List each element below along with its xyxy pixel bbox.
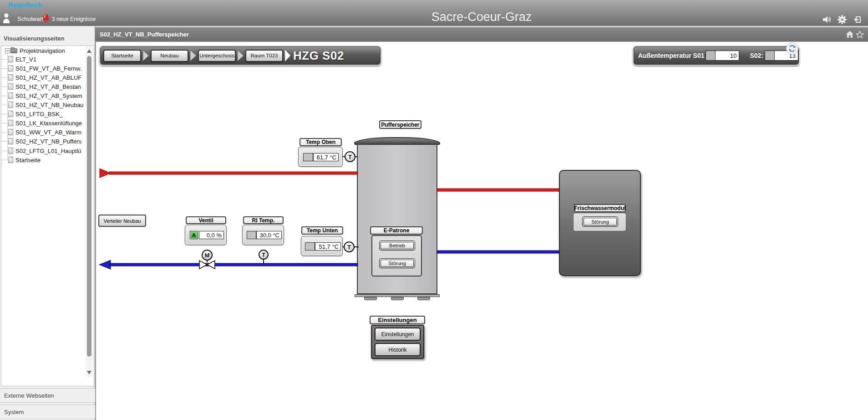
frischwassermodul-panel: Störung [573,213,626,231]
current-page-label: HZG S02 [293,49,344,63]
einstellungen-panel: Einstellungen Historik [371,325,424,359]
temp-unten-value: 51,7 °C [315,242,341,251]
outdoor-temp-display-s01: 10 [706,51,739,61]
ri-temp-label: RI Temp. [243,216,284,224]
outdoor-temp-label-s01: Außentemperatur S01 [638,52,704,59]
alarm-bell-icon[interactable] [42,14,50,24]
ventil-display: A 0,0 % [185,225,227,245]
refresh-button[interactable] [786,42,798,55]
ventil-value: 0,0 % [199,231,224,239]
temp-sensor-unten: T [344,241,355,252]
breadcrumb-separator-icon [237,50,244,61]
auto-mode-badge: A [190,231,198,239]
temp-sensor-oben: T [345,151,355,162]
einstellungen-label: Einstellungen [370,316,425,324]
breadcrumb-button-raum-t023[interactable]: Raum T023 [245,50,283,62]
refresh-icon [788,44,797,53]
breadcrumb-current-arrow-icon [284,49,291,62]
hot-pipe-arrow-icon [100,169,111,178]
breadcrumb-button-untergeschoss[interactable]: Untergeschoss [198,50,236,62]
cold-pipe-arrow-icon [99,260,111,269]
frischwasser-stoerung-button[interactable]: Störung [582,216,618,227]
header-bar: Regeltech Schulwart 3 neue Ereignisse Sa… [0,0,868,26]
brand-logo: Regeltech [8,1,42,9]
valve-icon [207,261,215,269]
e-patrone-panel: Betrieb Störung [371,235,422,277]
logout-icon[interactable] [853,15,862,24]
new-events-label[interactable]: 3 neue Ereignisse [52,16,96,22]
breadcrumb-button-startseite[interactable]: Startseite [103,50,141,62]
temp-oben-display: 61,7 °C [298,147,343,167]
tank-title-label: Pufferspeicher [379,120,421,129]
outdoor-temp-value-s01: 10 [716,51,739,61]
cold-pipe-left [110,263,358,266]
frischwassermodul-label: Frischwassermodul [574,204,626,212]
gear-icon[interactable] [838,15,847,24]
user-name: Schulwart [17,15,43,22]
outdoor-temp-label-s02: S02: [750,52,763,59]
temp-unten-display: 51,7 °C [301,236,343,256]
e-patrone-label: E-Patrone [370,226,423,235]
breadcrumb-separator-icon [142,50,149,61]
hot-pipe-left [109,172,358,174]
ri-temp-value: 30,0 °C [256,231,282,239]
valve-motor-sensor: M [202,250,213,261]
einstellungen-button[interactable]: Einstellungen [375,328,421,341]
app-window: Regeltech Schulwart 3 neue Ereignisse Sa… [0,0,868,420]
e-patrone-betrieb-button[interactable]: Betrieb [379,241,415,251]
temp-oben-label: Temp Oben [299,138,342,146]
cold-pipe-right [437,251,560,253]
historik-button[interactable]: Historik [375,343,421,356]
temp-oben-value: 61,7 °C [313,153,339,161]
breadcrumb-separator-icon [190,50,197,61]
speaker-icon[interactable] [822,15,831,24]
temp-unten-label: Temp Unten [301,226,343,235]
breadcrumb: Startseite Neubau Untergeschoss Raum T02… [99,46,381,66]
e-patrone-stoerung-button[interactable]: Störung [379,258,415,268]
breadcrumb-button-neubau[interactable]: Neubau [151,50,188,62]
user-icon [3,13,10,23]
site-title: Sacre-Coeur-Graz [95,10,868,24]
ri-temp-display: 30,0 °C [242,225,284,245]
outdoor-temp-bar: Außentemperatur S01 10 S02: 13 [633,46,800,66]
hot-pipe-right [437,189,560,191]
verteiler-neubau-button[interactable]: Verteiler Neubau [98,215,146,227]
ri-temp-sensor: T [259,250,269,260]
ventil-label: Ventil [186,216,226,224]
valve-icon [199,261,207,269]
